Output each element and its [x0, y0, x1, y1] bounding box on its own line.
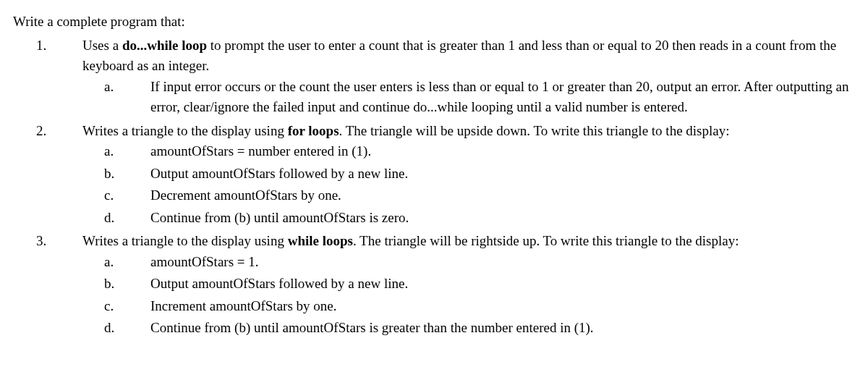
- item-number: 3.: [13, 231, 82, 340]
- sub-letter: a.: [82, 77, 150, 118]
- sub-text: amountOfStars = 1.: [150, 252, 855, 273]
- sub-text: If input error occurs or the count the u…: [150, 77, 855, 118]
- sub-item: d. Continue from (b) until amountOfStars…: [82, 208, 855, 229]
- list-item: 3. Writes a triangle to the display usin…: [13, 231, 855, 340]
- item-number: 2.: [13, 121, 82, 230]
- sub-item: c. Decrement amountOfStars by one.: [82, 185, 855, 206]
- main-list: 1. Uses a do...while loop to prompt the …: [13, 35, 855, 340]
- item-number: 1.: [13, 35, 82, 119]
- sub-letter: d.: [82, 318, 150, 339]
- intro-text: Write a complete program that:: [13, 12, 855, 33]
- text-pre: Writes a triangle to the display using: [82, 233, 288, 248]
- list-item: 1. Uses a do...while loop to prompt the …: [13, 35, 855, 119]
- text-bold: while loops: [288, 233, 353, 248]
- text-post: . The triangle will be upside down. To w…: [339, 123, 730, 138]
- text-pre: Writes a triangle to the display using: [82, 123, 288, 138]
- sub-text: Continue from (b) until amountOfStars is…: [150, 208, 855, 229]
- sub-text: Output amountOfStars followed by a new l…: [150, 164, 855, 185]
- list-item: 2. Writes a triangle to the display usin…: [13, 121, 855, 230]
- sub-item: c. Increment amountOfStars by one.: [82, 296, 855, 317]
- sub-text: Continue from (b) until amountOfStars is…: [150, 318, 855, 339]
- sub-text: amountOfStars = number entered in (1).: [150, 141, 855, 162]
- sub-item: b. Output amountOfStars followed by a ne…: [82, 164, 855, 185]
- sub-item: a. amountOfStars = 1.: [82, 252, 855, 273]
- sub-letter: a.: [82, 252, 150, 273]
- item-content: Writes a triangle to the display using w…: [82, 231, 855, 340]
- sub-letter: c.: [82, 296, 150, 317]
- text-bold: do...while loop: [122, 38, 207, 53]
- text-bold: for loops: [288, 123, 339, 138]
- sub-letter: b.: [82, 164, 150, 185]
- sub-letter: b.: [82, 274, 150, 295]
- sub-text: Decrement amountOfStars by one.: [150, 185, 855, 206]
- sub-letter: a.: [82, 141, 150, 162]
- text-pre: Uses a: [82, 38, 122, 53]
- sub-item: a. amountOfStars = number entered in (1)…: [82, 141, 855, 162]
- sub-list: a. If input error occurs or the count th…: [82, 77, 855, 118]
- sub-item: d. Continue from (b) until amountOfStars…: [82, 318, 855, 339]
- item-content: Uses a do...while loop to prompt the use…: [82, 35, 855, 119]
- sub-text: Output amountOfStars followed by a new l…: [150, 274, 855, 295]
- sub-text: Increment amountOfStars by one.: [150, 296, 855, 317]
- item-content: Writes a triangle to the display using f…: [82, 121, 855, 230]
- sub-letter: d.: [82, 208, 150, 229]
- sub-letter: c.: [82, 185, 150, 206]
- text-post: . The triangle will be rightside up. To …: [353, 233, 739, 248]
- sub-item: a. If input error occurs or the count th…: [82, 77, 855, 118]
- sub-item: b. Output amountOfStars followed by a ne…: [82, 274, 855, 295]
- sub-list: a. amountOfStars = 1. b. Output amountOf…: [82, 252, 855, 339]
- sub-list: a. amountOfStars = number entered in (1)…: [82, 141, 855, 228]
